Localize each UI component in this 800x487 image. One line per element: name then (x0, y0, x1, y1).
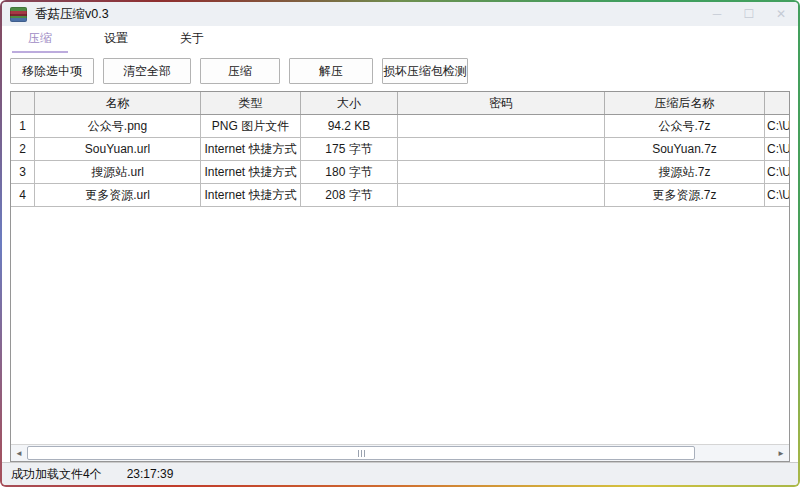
cell-index: 3 (11, 161, 35, 183)
window-frame: 香菇压缩v0.3 ─ ☐ ✕ 压缩 设置 关于 移除选中项 清空全部 压缩 解压… (0, 0, 800, 487)
scroll-left-arrow-icon[interactable]: ◄ (11, 445, 27, 461)
compress-button[interactable]: 压缩 (200, 58, 280, 84)
col-header-name[interactable]: 名称 (35, 92, 201, 114)
cell-password[interactable] (398, 115, 605, 137)
table-row[interactable]: 4 更多资源.url Internet 快捷方式 208 字节 更多资源.7z … (11, 184, 789, 207)
tab-bar: 压缩 设置 关于 (2, 26, 798, 53)
app-window: 香菇压缩v0.3 ─ ☐ ✕ 压缩 设置 关于 移除选中项 清空全部 压缩 解压… (2, 2, 798, 485)
file-table: 名称 类型 大小 密码 压缩后名称 1 公众号.png PNG 图片文件 94.… (10, 91, 790, 462)
thumb-grip-icon (361, 450, 362, 457)
col-header-password[interactable]: 密码 (398, 92, 605, 114)
table-header-row: 名称 类型 大小 密码 压缩后名称 (11, 92, 789, 115)
status-message: 成功加载文件4个 (11, 466, 102, 483)
cell-name[interactable]: 公众号.png (35, 115, 201, 137)
col-header-path[interactable] (765, 92, 789, 114)
cell-name[interactable]: SouYuan.url (35, 138, 201, 160)
cell-path: C:\Us (765, 115, 789, 137)
tab-settings[interactable]: 设置 (88, 26, 144, 53)
cell-output-name[interactable]: 搜源站.7z (605, 161, 765, 183)
cell-path: C:\Us (765, 184, 789, 206)
minimize-button[interactable]: ─ (706, 5, 728, 23)
corrupt-archive-check-button[interactable]: 损坏压缩包检测 (382, 58, 468, 84)
horizontal-scrollbar[interactable]: ◄ ► (11, 444, 789, 461)
remove-selected-button[interactable]: 移除选中项 (10, 58, 94, 84)
cell-output-name[interactable]: 更多资源.7z (605, 184, 765, 206)
maximize-button[interactable]: ☐ (738, 5, 760, 23)
scroll-right-arrow-icon[interactable]: ► (773, 445, 789, 461)
cell-password[interactable] (398, 161, 605, 183)
cell-index: 1 (11, 115, 35, 137)
toolbar: 移除选中项 清空全部 压缩 解压 损坏压缩包检测 (2, 53, 798, 89)
cell-output-name[interactable]: SouYuan.7z (605, 138, 765, 160)
cell-type: PNG 图片文件 (201, 115, 301, 137)
col-header-index (11, 92, 35, 114)
table-empty-area (11, 207, 789, 444)
title-bar: 香菇压缩v0.3 ─ ☐ ✕ (2, 2, 798, 26)
cell-name[interactable]: 更多资源.url (35, 184, 201, 206)
tab-about[interactable]: 关于 (164, 26, 220, 53)
cell-type: Internet 快捷方式 (201, 184, 301, 206)
cell-size: 180 字节 (301, 161, 398, 183)
col-header-size[interactable]: 大小 (301, 92, 398, 114)
cell-path: C:\Us (765, 138, 789, 160)
cell-type: Internet 快捷方式 (201, 161, 301, 183)
cell-password[interactable] (398, 184, 605, 206)
clear-all-button[interactable]: 清空全部 (103, 58, 191, 84)
cell-index: 2 (11, 138, 35, 160)
col-header-output-name[interactable]: 压缩后名称 (605, 92, 765, 114)
window-title: 香菇压缩v0.3 (35, 6, 109, 23)
app-logo-mushroom-icon (10, 7, 27, 22)
cell-size: 208 字节 (301, 184, 398, 206)
decompress-button[interactable]: 解压 (289, 58, 373, 84)
cell-path: C:\Us (765, 161, 789, 183)
cell-index: 4 (11, 184, 35, 206)
status-bar: 成功加载文件4个 23:17:39 (2, 462, 798, 485)
table-row[interactable]: 3 搜源站.url Internet 快捷方式 180 字节 搜源站.7z C:… (11, 161, 789, 184)
thumb-grip-icon (364, 450, 365, 457)
window-controls: ─ ☐ ✕ (706, 5, 792, 23)
close-button[interactable]: ✕ (770, 5, 792, 23)
cell-password[interactable] (398, 138, 605, 160)
table-row[interactable]: 1 公众号.png PNG 图片文件 94.2 KB 公众号.7z C:\Us (11, 115, 789, 138)
tab-compress[interactable]: 压缩 (12, 26, 68, 53)
status-time: 23:17:39 (127, 467, 174, 481)
cell-size: 94.2 KB (301, 115, 398, 137)
cell-output-name[interactable]: 公众号.7z (605, 115, 765, 137)
table-row[interactable]: 2 SouYuan.url Internet 快捷方式 175 字节 SouYu… (11, 138, 789, 161)
thumb-grip-icon (358, 450, 359, 457)
cell-size: 175 字节 (301, 138, 398, 160)
cell-name[interactable]: 搜源站.url (35, 161, 201, 183)
col-header-type[interactable]: 类型 (201, 92, 301, 114)
scrollbar-thumb[interactable] (27, 446, 695, 460)
cell-type: Internet 快捷方式 (201, 138, 301, 160)
